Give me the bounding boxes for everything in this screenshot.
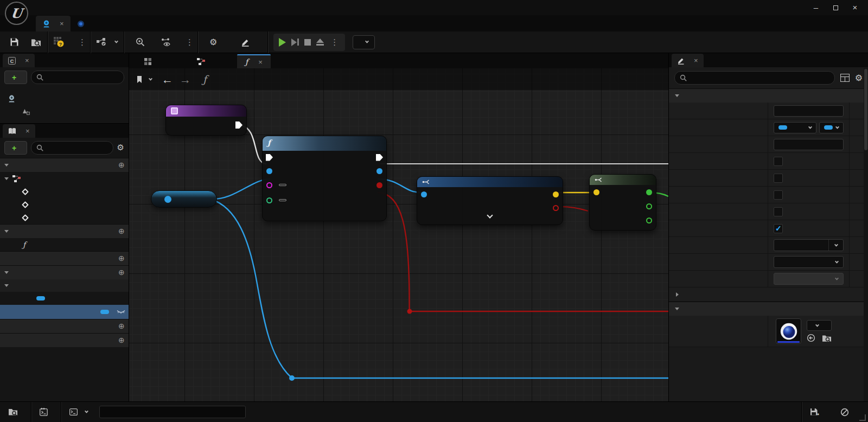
forward-arrow-icon[interactable]: → [180, 74, 191, 85]
descid-pin[interactable] [266, 197, 272, 203]
close-panel-icon[interactable]: × [694, 56, 698, 65]
content-drawer-button[interactable] [0, 402, 31, 422]
tab-neweditorutilityblueprint[interactable]: × [36, 16, 71, 31]
minimize-button[interactable]: – [806, 0, 826, 15]
category-combo[interactable] [774, 239, 844, 251]
components-category-row[interactable] [0, 279, 129, 292]
components-search[interactable] [31, 71, 124, 84]
advanced-expander[interactable] [669, 287, 868, 302]
node-cinewareasset-getter[interactable] [151, 190, 217, 208]
variables-section-header[interactable]: ⊕ [0, 265, 129, 279]
exec-out-pin[interactable] [376, 154, 383, 161]
browse-asset-button[interactable] [25, 31, 47, 53]
event-dispatchers-section-header[interactable]: ⊕ [0, 319, 129, 333]
details-search[interactable] [674, 71, 835, 85]
invec-pin[interactable] [593, 189, 599, 195]
unsaved-button[interactable]: * [802, 402, 832, 422]
description-input[interactable] [774, 139, 844, 150]
asset-picker-dropdown[interactable] [807, 320, 832, 331]
target-pin[interactable] [266, 168, 272, 174]
value-pin[interactable] [553, 191, 559, 197]
tab-eventgraph[interactable] [189, 54, 218, 68]
eye-closed-icon[interactable] [117, 310, 125, 315]
filter-gear-icon[interactable]: ⚙ [117, 144, 124, 152]
blueprint-read-only-checkbox[interactable] [774, 174, 783, 183]
component-row-defaultsceneroot[interactable] [0, 105, 129, 118]
hide-unrelated-button[interactable] [155, 31, 182, 53]
variable-cinewareasset-row[interactable] [0, 305, 129, 319]
graphs-section-header[interactable]: ⊕ [0, 158, 129, 172]
node-constructionscript[interactable] [165, 105, 247, 136]
close-tab-icon[interactable]: × [258, 58, 263, 66]
add-component-button[interactable]: + [4, 71, 27, 84]
add-local-variable-icon[interactable]: ⊕ [118, 336, 125, 344]
console-command-input[interactable] [105, 408, 240, 416]
my-blueprint-search[interactable] [31, 141, 113, 155]
add-function-icon[interactable]: ⊕ [118, 227, 125, 235]
event-beginplay-row[interactable] [0, 185, 129, 198]
settings-gear-icon[interactable]: ⚙ [855, 74, 863, 82]
my-blueprint-search-input[interactable] [47, 144, 107, 152]
node-break-cinewaredatacontainervec3[interactable] [417, 176, 563, 225]
variable-defaultsceneroot-row[interactable] [0, 292, 129, 305]
source-control-button[interactable] [832, 402, 858, 422]
name-pin[interactable] [266, 182, 272, 188]
maximize-button[interactable] [826, 0, 845, 15]
cmd-dropdown[interactable] [61, 402, 96, 422]
instance-editable-checkbox[interactable] [774, 157, 783, 166]
tab-constructionscript[interactable]: ƒ × [237, 54, 271, 68]
add-variable-icon[interactable]: ⊕ [118, 268, 125, 277]
save-button[interactable] [0, 31, 25, 53]
use-selected-icon[interactable] [807, 334, 815, 342]
event-tick-row[interactable] [0, 211, 129, 224]
descid-value-field[interactable] [279, 199, 286, 201]
compile-options-kebab-icon[interactable]: ⋮ [74, 31, 90, 53]
diff-button[interactable] [91, 31, 124, 53]
default-value-section-header[interactable] [669, 302, 868, 316]
macros-section-header[interactable]: ⊕ [0, 251, 129, 265]
is-abstraction-pin[interactable] [553, 205, 559, 211]
output-pin[interactable] [164, 196, 171, 203]
debug-object-dropdown[interactable] [353, 35, 375, 49]
close-button[interactable]: × [845, 0, 865, 15]
details-scrollbar[interactable] [864, 68, 868, 401]
play-options-kebab-icon[interactable]: ⋮ [329, 38, 340, 46]
tab-take-parameter[interactable] [71, 16, 99, 31]
name-value-field[interactable] [279, 184, 286, 186]
private-checkbox[interactable] [774, 207, 783, 216]
bookmark-icon[interactable] [136, 75, 143, 84]
z-pin[interactable] [646, 218, 652, 223]
event-actorbeginoverlap-row[interactable] [0, 198, 129, 211]
add-graph-icon[interactable]: ⊕ [118, 161, 125, 169]
variable-section-header[interactable] [669, 88, 868, 103]
class-defaults-button[interactable] [235, 31, 260, 53]
display-filter-icon[interactable] [840, 74, 850, 82]
node-break-vector[interactable] [589, 174, 656, 231]
console-command-field[interactable] [99, 406, 246, 418]
components-search-input[interactable] [47, 74, 119, 81]
graph-options-kebab-icon[interactable]: ⋮ [182, 31, 197, 53]
eject-icon[interactable] [316, 39, 324, 46]
tab-my-blueprint[interactable]: × [3, 124, 35, 138]
back-arrow-icon[interactable]: ← [162, 74, 173, 85]
container-type-dropdown[interactable] [819, 122, 844, 133]
replication-dropdown[interactable] [774, 256, 844, 268]
close-tab-icon[interactable]: × [60, 20, 64, 28]
stop-icon[interactable] [304, 39, 311, 46]
resize-grip[interactable] [859, 414, 866, 421]
constructionscript-function-row[interactable]: ƒ [0, 238, 129, 251]
chevron-down-icon[interactable] [149, 76, 152, 80]
find-button[interactable] [130, 31, 155, 53]
cineware-asset-thumbnail[interactable] [776, 318, 801, 344]
component-row-self[interactable] [0, 92, 129, 105]
node-get-vector-3[interactable]: ƒ [262, 136, 387, 221]
details-search-input[interactable] [691, 74, 829, 82]
close-panel-icon[interactable]: × [25, 56, 29, 65]
returnvalue-pin[interactable] [376, 182, 382, 188]
y-pin[interactable] [646, 203, 652, 209]
add-macro-icon[interactable]: ⊕ [118, 254, 125, 263]
functions-section-header[interactable]: ⊕ [0, 224, 129, 238]
compile-button[interactable]: ? [48, 31, 74, 53]
local-variables-section-header[interactable]: ⊕ [0, 333, 129, 347]
expose-to-cinematics-checkbox[interactable] [774, 224, 783, 233]
